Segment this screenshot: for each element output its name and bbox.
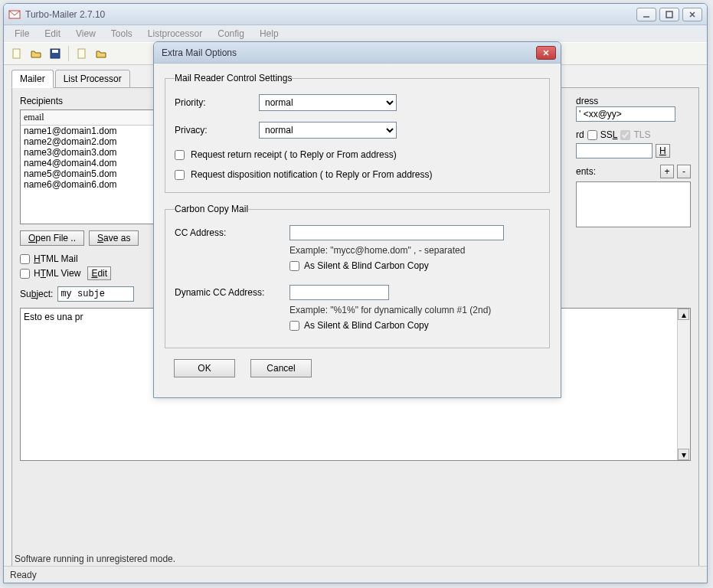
cancel-button[interactable]: Cancel bbox=[250, 359, 312, 377]
scroll-up-icon[interactable]: ▴ bbox=[678, 309, 689, 320]
menubar: File Edit View Tools Listprocessor Confi… bbox=[4, 25, 707, 42]
dress-label: dress bbox=[576, 96, 691, 106]
rd-label: rd bbox=[576, 129, 584, 140]
svg-rect-4 bbox=[52, 50, 58, 53]
svg-rect-1 bbox=[666, 11, 672, 18]
dialog-titlebar: Extra Mail Options bbox=[154, 42, 561, 64]
menu-listprocessor[interactable]: Listprocessor bbox=[142, 27, 208, 41]
rd-input[interactable] bbox=[576, 143, 652, 158]
dialog-buttons: OK Cancel bbox=[165, 359, 550, 388]
app-title: Turbo-Mailer 2.7.10 bbox=[25, 9, 636, 20]
carbon-copy-legend: Carbon Copy Mail bbox=[175, 204, 248, 214]
return-receipt-checkbox[interactable] bbox=[175, 150, 185, 160]
svg-rect-5 bbox=[78, 49, 85, 58]
extra-mail-options-dialog: Extra Mail Options Mail Reader Control S… bbox=[153, 41, 561, 398]
menu-tools[interactable]: Tools bbox=[105, 27, 139, 41]
open-icon[interactable] bbox=[28, 45, 44, 62]
dynamic-cc-blind-label: As Silent & Blind Carbon Copy bbox=[304, 320, 429, 331]
recipients-list[interactable]: email name1@domain1.dom name2@domain2.do… bbox=[20, 109, 164, 224]
tab-list-processor[interactable]: List Processor bbox=[55, 70, 130, 88]
svg-rect-2 bbox=[13, 49, 20, 58]
main-titlebar: Turbo-Mailer 2.7.10 bbox=[4, 4, 707, 25]
priority-select[interactable]: normal bbox=[259, 94, 397, 111]
cc-blind-label: As Silent & Blind Carbon Copy bbox=[304, 260, 429, 271]
toolbar-separator bbox=[68, 46, 69, 61]
minus-button[interactable]: - bbox=[677, 165, 691, 178]
list-item[interactable]: name3@domain3.dom bbox=[21, 147, 163, 158]
new-icon[interactable] bbox=[8, 45, 25, 62]
cc-address-label: CC Address: bbox=[175, 227, 289, 238]
edit-button[interactable]: Edit bbox=[87, 266, 111, 280]
ents-label: ents: bbox=[576, 166, 596, 177]
menu-help[interactable]: Help bbox=[253, 27, 285, 41]
recipients-legend: Recipients bbox=[20, 96, 63, 106]
tls-label: TLS bbox=[633, 129, 650, 140]
close-button[interactable] bbox=[682, 8, 702, 21]
menu-file[interactable]: File bbox=[8, 27, 35, 41]
list-item[interactable]: name4@domain4.dom bbox=[21, 158, 163, 168]
tls-checkbox[interactable] bbox=[620, 130, 630, 140]
app-icon bbox=[8, 8, 21, 21]
dynamic-cc-label: Dynamic CC Address: bbox=[175, 287, 289, 298]
body-scrollbar[interactable]: ▴ ▾ bbox=[677, 309, 690, 460]
ssl-label: SSL bbox=[600, 129, 618, 140]
priority-label: Priority: bbox=[175, 97, 259, 108]
statusbar: Ready bbox=[4, 566, 707, 583]
ok-button[interactable]: OK bbox=[174, 359, 235, 377]
dialog-close-button[interactable] bbox=[536, 46, 556, 60]
list-item[interactable]: name5@domain5.dom bbox=[21, 168, 163, 179]
return-receipt-label: Request return receipt ( to Reply or Fro… bbox=[191, 149, 397, 160]
dynamic-cc-input[interactable] bbox=[289, 285, 389, 300]
menu-view[interactable]: View bbox=[70, 27, 102, 41]
right-panel: dress rd SSL TLS H ents: + - bbox=[576, 96, 691, 227]
menu-config[interactable]: Config bbox=[211, 27, 250, 41]
recipients-group: Recipients [ email name1@domain1.dom nam… bbox=[20, 96, 164, 246]
carbon-copy-group: Carbon Copy Mail CC Address: Example: "m… bbox=[165, 204, 550, 348]
save-icon[interactable] bbox=[47, 45, 64, 62]
cc-example-text: Example: "mycc@home.dom" , - separated bbox=[289, 245, 540, 256]
dynamic-cc-blind-checkbox[interactable] bbox=[289, 321, 299, 331]
list-item[interactable]: name2@domain2.dom bbox=[21, 136, 163, 147]
html-mail-checkbox[interactable] bbox=[20, 254, 30, 264]
cc-blind-checkbox[interactable] bbox=[289, 261, 299, 271]
recipients-header: email bbox=[21, 110, 163, 126]
attachments-box[interactable] bbox=[576, 181, 691, 227]
ssl-checkbox[interactable] bbox=[587, 130, 597, 140]
scroll-down-icon[interactable]: ▾ bbox=[678, 449, 689, 460]
doc-icon[interactable] bbox=[74, 45, 90, 62]
subject-input[interactable] bbox=[57, 286, 134, 302]
disposition-label: Request disposition notification ( to Re… bbox=[191, 169, 432, 180]
privacy-label: Privacy: bbox=[175, 125, 259, 136]
reader-settings-group: Mail Reader Control Settings Priority: n… bbox=[165, 73, 550, 193]
save-as-button[interactable]: Save as bbox=[89, 230, 139, 246]
subject-label: Subject: bbox=[20, 289, 53, 299]
disposition-checkbox[interactable] bbox=[175, 170, 185, 180]
privacy-select[interactable]: normal bbox=[259, 122, 397, 139]
dialog-title: Extra Mail Options bbox=[159, 47, 536, 58]
status-text: Ready bbox=[10, 570, 37, 580]
list-item[interactable]: name6@domain6.dom bbox=[21, 179, 163, 190]
address-hint-input[interactable] bbox=[576, 106, 675, 122]
minimize-button[interactable] bbox=[636, 8, 656, 21]
h-button[interactable]: H bbox=[656, 144, 670, 158]
tab-mailer[interactable]: Mailer bbox=[11, 70, 54, 88]
dialog-body: Mail Reader Control Settings Priority: n… bbox=[154, 64, 561, 397]
maximize-button[interactable] bbox=[659, 8, 679, 21]
open-file-button[interactable]: Open File .. bbox=[20, 230, 84, 246]
menu-edit[interactable]: Edit bbox=[38, 27, 67, 41]
dynamic-cc-example: Example: "%1%" for dynamically column #1… bbox=[289, 305, 540, 315]
html-mail-label: HTML Mail bbox=[34, 253, 78, 264]
plus-button[interactable]: + bbox=[660, 165, 674, 178]
reader-settings-legend: Mail Reader Control Settings bbox=[175, 73, 292, 83]
cc-address-input[interactable] bbox=[289, 225, 504, 240]
html-view-label: HTML View bbox=[34, 268, 80, 279]
folder-icon[interactable] bbox=[93, 45, 110, 62]
body-text: Esto es una pr bbox=[24, 312, 83, 322]
registration-text: Software running in unregistered mode. bbox=[15, 554, 175, 564]
window-controls bbox=[636, 8, 702, 21]
html-view-checkbox[interactable] bbox=[20, 269, 30, 279]
list-item[interactable]: name1@domain1.dom bbox=[21, 126, 163, 136]
